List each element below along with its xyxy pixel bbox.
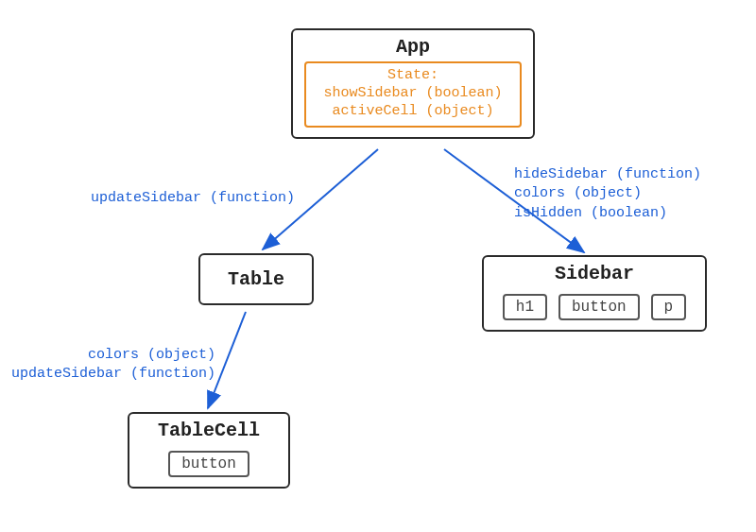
label-app-to-table: updateSidebar (function) [81, 189, 295, 208]
state-line-1: showSidebar (boolean) [312, 85, 514, 103]
node-sidebar-title: Sidebar [484, 263, 705, 284]
sidebar-child-p: p [651, 294, 687, 320]
node-app-title: App [293, 36, 533, 58]
state-line-2: activeCell (object) [312, 103, 514, 121]
node-sidebar-children: h1 button p [484, 288, 705, 330]
sidebar-child-button: button [558, 294, 640, 320]
node-tablecell-children: button [129, 445, 288, 487]
state-heading: State: [312, 67, 514, 85]
node-app: App State: showSidebar (boolean) activeC… [291, 28, 535, 139]
label-table-to-tablecell: colors (object) updateSidebar (function) [0, 346, 215, 385]
diagram-canvas: App State: showSidebar (boolean) activeC… [0, 0, 756, 532]
sidebar-child-h1: h1 [503, 294, 547, 320]
node-tablecell: TableCell button [128, 412, 290, 489]
node-tablecell-title: TableCell [129, 420, 288, 441]
label-app-to-sidebar: hideSidebar (function) colors (object) i… [514, 165, 701, 223]
tablecell-child-button: button [168, 451, 249, 477]
node-table-title: Table [200, 268, 312, 290]
node-table: Table [198, 253, 314, 305]
node-sidebar: Sidebar h1 button p [482, 255, 707, 332]
node-app-state: State: showSidebar (boolean) activeCell … [304, 61, 522, 128]
